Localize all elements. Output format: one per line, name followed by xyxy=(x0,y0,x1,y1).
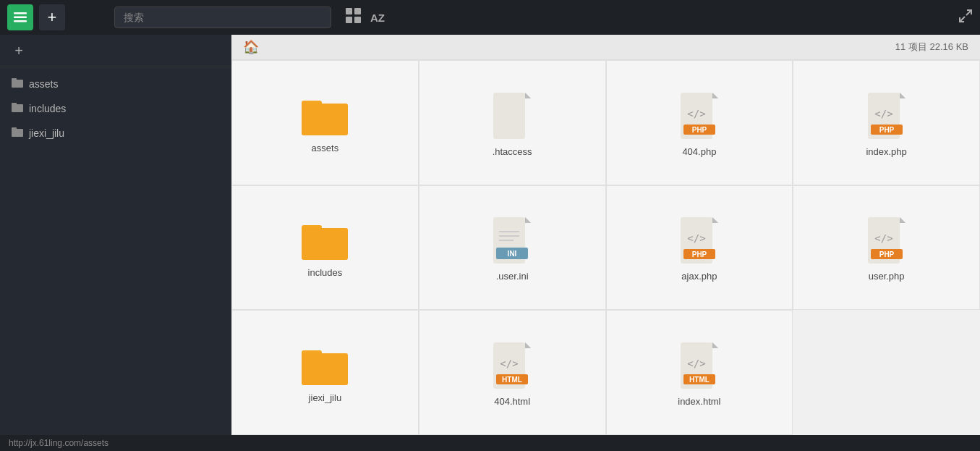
svg-marker-52 xyxy=(900,217,906,223)
file-item-name: 404.html xyxy=(494,396,530,407)
svg-text:PHP: PHP xyxy=(879,250,894,258)
file-item-name: ajax.php xyxy=(681,271,717,282)
svg-rect-10 xyxy=(12,78,17,81)
svg-text:</>: </> xyxy=(500,358,518,369)
folder-icon xyxy=(302,346,348,385)
file-count: 11 项目 22.16 KB xyxy=(895,41,968,54)
file-item-userphp[interactable]: </> PHP user.php xyxy=(793,185,980,311)
svg-marker-46 xyxy=(712,217,718,223)
sidebar-items: assets includes jiexi_ji xyxy=(0,67,231,435)
svg-line-8 xyxy=(960,17,965,22)
blank-file-icon xyxy=(493,93,531,139)
file-item-name: index.php xyxy=(866,146,906,157)
svg-text:HTML: HTML xyxy=(689,376,710,384)
php-file-icon: </> PHP xyxy=(681,93,718,139)
svg-marker-61 xyxy=(525,342,531,348)
grid-view-icon[interactable] xyxy=(346,8,362,28)
svg-rect-14 xyxy=(12,127,17,130)
php-file-icon: </> PHP xyxy=(681,217,718,264)
svg-rect-17 xyxy=(302,104,348,135)
svg-marker-38 xyxy=(525,217,531,223)
html-file-icon: </> HTML xyxy=(493,342,531,389)
php-file-icon: </> PHP xyxy=(868,93,906,139)
svg-rect-3 xyxy=(346,8,352,14)
status-url: http://jx.61ling.com/assets xyxy=(9,438,108,448)
statusbar: http://jx.61ling.com/assets xyxy=(0,435,980,451)
file-item-ajaxphp[interactable]: </> PHP ajax.php xyxy=(606,185,793,311)
html-file-icon: </> HTML xyxy=(681,342,718,389)
file-item-indexphp[interactable]: </> PHP index.php xyxy=(793,60,980,185)
svg-marker-67 xyxy=(712,342,718,348)
php-file-icon: </> PHP xyxy=(868,217,906,264)
svg-text:</>: </> xyxy=(687,358,705,369)
file-item-name: .user.ini xyxy=(496,271,529,282)
svg-text:</>: </> xyxy=(687,232,705,244)
expand-icon[interactable] xyxy=(958,9,973,27)
file-item-name: assets xyxy=(312,143,339,153)
file-item-includes-folder[interactable]: includes xyxy=(231,185,419,311)
svg-line-7 xyxy=(966,10,971,15)
svg-rect-6 xyxy=(354,17,361,23)
file-item-name: jiexi_jilu xyxy=(309,392,342,403)
file-item-indexhtml[interactable]: </> HTML index.html xyxy=(606,310,793,435)
topbar: + AZ xyxy=(0,0,980,35)
svg-text:</>: </> xyxy=(874,232,892,244)
svg-marker-20 xyxy=(525,93,531,98)
file-item-name: index.html xyxy=(678,396,720,407)
svg-rect-58 xyxy=(302,353,348,385)
folder-icon-assets xyxy=(12,77,23,90)
file-item-404php[interactable]: </> PHP 404.php xyxy=(606,60,793,185)
svg-marker-29 xyxy=(900,93,906,98)
svg-text:PHP: PHP xyxy=(692,250,707,258)
main-area: + assets includes xyxy=(0,35,980,435)
sidebar: + assets includes xyxy=(0,35,231,435)
svg-text:PHP: PHP xyxy=(879,126,894,134)
sidebar-item-label-includes: includes xyxy=(29,103,66,114)
folder-icon-jiexi xyxy=(12,127,23,140)
svg-text:PHP: PHP xyxy=(692,126,707,134)
folder-icon xyxy=(302,221,348,260)
svg-rect-0 xyxy=(14,12,27,14)
folder-icon xyxy=(302,96,348,135)
svg-text:</>: </> xyxy=(687,108,705,119)
folder-icon-includes xyxy=(12,102,23,115)
svg-text:</>: </> xyxy=(874,108,892,119)
sidebar-item-assets[interactable]: assets xyxy=(0,72,231,96)
svg-rect-5 xyxy=(346,17,352,23)
svg-rect-35 xyxy=(302,228,348,260)
file-item-name: .htaccess xyxy=(493,146,532,157)
file-item-assets-folder[interactable]: assets xyxy=(231,60,419,185)
file-panel: 🏠 11 项目 22.16 KB assets .htaccess </> PH… xyxy=(231,35,980,435)
file-grid: assets .htaccess </> PHP 404.php </> PHP… xyxy=(231,60,980,435)
svg-rect-18 xyxy=(493,93,525,139)
file-item-name: 404.php xyxy=(682,146,716,157)
file-panel-header: 🏠 11 项目 22.16 KB xyxy=(231,35,980,60)
sidebar-item-includes[interactable]: includes xyxy=(0,96,231,121)
svg-rect-12 xyxy=(12,103,17,106)
topbar-icons: AZ xyxy=(346,8,385,28)
sort-icon[interactable]: AZ xyxy=(370,12,385,24)
sidebar-item-jiexi[interactable]: jiexi_jilu xyxy=(0,121,231,146)
breadcrumb-home[interactable]: 🏠 xyxy=(243,39,259,55)
file-item-404html[interactable]: </> HTML 404.html xyxy=(419,310,606,435)
sidebar-header: + xyxy=(0,35,231,67)
sidebar-item-label-jiexi: jiexi_jilu xyxy=(29,127,64,139)
sidebar-item-label-assets: assets xyxy=(29,78,58,90)
svg-marker-23 xyxy=(712,93,718,98)
file-item-htaccess[interactable]: .htaccess xyxy=(419,60,606,185)
file-item-userini[interactable]: INI .user.ini xyxy=(419,185,606,311)
search-input[interactable] xyxy=(114,7,331,28)
menu-button[interactable] xyxy=(7,4,33,30)
svg-text:HTML: HTML xyxy=(502,376,522,384)
svg-rect-1 xyxy=(14,17,27,19)
svg-text:INI: INI xyxy=(508,250,517,258)
file-item-jiexi-folder[interactable]: jiexi_jilu xyxy=(231,310,419,435)
file-item-name: user.php xyxy=(869,271,905,282)
file-item-name: includes xyxy=(308,267,343,278)
add-button[interactable]: + xyxy=(39,4,65,30)
sidebar-add-button[interactable]: + xyxy=(9,41,29,61)
ini-file-icon: INI xyxy=(493,217,531,264)
svg-rect-4 xyxy=(354,8,361,14)
search-box xyxy=(114,7,331,28)
svg-rect-2 xyxy=(14,20,27,22)
